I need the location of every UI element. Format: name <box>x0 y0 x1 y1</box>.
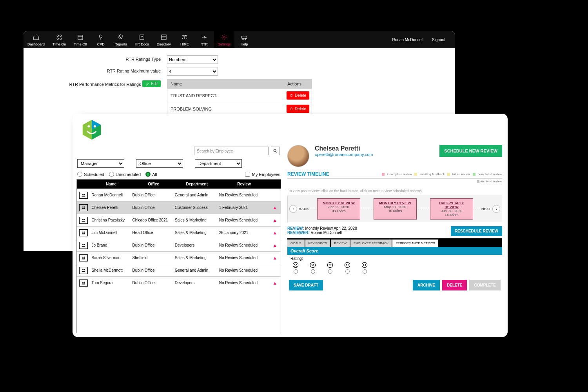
cell-department: Sales & Marketing <box>175 256 219 260</box>
person-icon <box>79 279 88 287</box>
nav-signout[interactable]: Signout <box>432 38 445 42</box>
tab-review[interactable]: REVIEW <box>331 240 350 247</box>
timeline-back-button[interactable]: ‹ <box>289 205 297 213</box>
cell-department: General and Admin <box>175 268 219 272</box>
warning-icon: ▲ <box>269 205 281 211</box>
nav-help[interactable]: Help <box>234 31 254 48</box>
metrics-col-actions: Actions <box>284 79 312 89</box>
nav-settings[interactable]: Settings <box>214 31 235 48</box>
rating-option-2[interactable] <box>309 261 316 274</box>
metric-name: PROBLEM SOLVING <box>167 103 284 115</box>
tab-key-points[interactable]: KEY POINTS <box>305 240 330 247</box>
rating-option-3[interactable] <box>327 261 334 274</box>
schedule-new-review-button[interactable]: SCHEDULE NEW REVIEW <box>439 145 502 157</box>
cell-name: Jo Brand <box>90 243 132 247</box>
nav-dashboard-label: Dashboard <box>27 42 45 46</box>
timeline-card-date: May. 27, 2020 <box>376 205 415 209</box>
table-row[interactable]: Sarah SilvermanSheffieldSales & Marketin… <box>77 251 281 264</box>
cell-review: No Review Scheduled <box>219 193 269 197</box>
svg-point-24 <box>82 206 83 207</box>
nav-cpd[interactable]: CPD <box>91 31 111 48</box>
tab-goals[interactable]: GOALS <box>287 240 305 247</box>
cell-department: Developers <box>175 281 219 285</box>
timeline-back-label: BACK <box>299 207 309 211</box>
checkbox-my-employees[interactable]: My Employees <box>245 172 280 177</box>
rating-option-5[interactable] <box>361 261 368 274</box>
search-button[interactable] <box>271 147 279 155</box>
nav-username[interactable]: Ronan McDonnell <box>392 38 424 42</box>
metric-delete-button[interactable]: Delete <box>287 91 309 100</box>
cell-review: 1 February 2021 <box>219 205 269 210</box>
metric-delete-button[interactable]: Delete <box>287 105 309 113</box>
nav-time-off[interactable]: Time Off <box>70 31 91 48</box>
delete-button[interactable]: DELETE <box>442 280 467 290</box>
svg-point-29 <box>83 231 85 232</box>
tab-performance-metrics[interactable]: PERFORMANCE METRICS <box>392 240 438 247</box>
col-department: Department <box>175 180 219 189</box>
radio-scheduled[interactable]: Scheduled <box>77 172 104 177</box>
cell-office: Dublin Office <box>132 243 175 247</box>
nav-directory[interactable]: Directory <box>153 31 175 48</box>
employee-list-pane: Manager Office Department Scheduled Unsc… <box>73 145 287 337</box>
radio-all[interactable]: All <box>145 172 157 177</box>
filter-office[interactable]: Office <box>136 159 183 168</box>
table-row[interactable]: Jo BrandDublin OfficeDevelopersNo Review… <box>77 239 281 251</box>
metrics-edit-button[interactable]: Edit <box>142 80 161 87</box>
svg-point-35 <box>83 269 85 270</box>
nav-hr-docs[interactable]: HR Docs <box>131 31 153 48</box>
timeline-hint: To view past reviews click on the back b… <box>287 186 502 196</box>
reschedule-review-button[interactable]: RESCHEDULE REVIEW <box>451 226 502 236</box>
cell-name: Sheila McDermott <box>90 268 132 272</box>
cell-office: Chicago Office 2021 <box>132 218 175 222</box>
timeline-card[interactable]: MONTHLY REVIEWMay. 27, 202010.00hrs <box>374 198 417 220</box>
table-row[interactable]: Chelsea PerettiDublin OfficeCustomer Suc… <box>77 201 281 214</box>
table-row[interactable]: Sheila McDermottDublin OfficeGeneral and… <box>77 264 281 276</box>
table-row[interactable]: Jim McDonnellHead OfficeSales & Marketin… <box>77 226 281 239</box>
table-row[interactable]: Ronan McDonnellDublin OfficeGeneral and … <box>77 189 281 201</box>
archive-button[interactable]: ARCHIVE <box>413 280 440 290</box>
timeline-card[interactable]: HALF-YEARLY REVIEWJun. 30, 202014.45hrs <box>430 198 473 220</box>
nav-hire[interactable]: HIRE <box>175 31 194 48</box>
svg-point-43 <box>314 264 314 265</box>
timeline-next-label: NEXT <box>481 207 491 211</box>
tab-employee-feedback[interactable]: EMPLOYEE FEEDBACK <box>350 240 392 247</box>
profile-email[interactable]: cperetti@ronanscompany.com <box>315 152 373 157</box>
metrics-row: PROBLEM SOLVINGDelete <box>167 102 312 115</box>
svg-point-51 <box>363 264 364 265</box>
review-tabs: GOALS KEY POINTS REVIEW EMPLOYEE FEEDBAC… <box>287 238 502 247</box>
cell-name: Christina Pazsitzky <box>90 218 132 222</box>
nav-rtr[interactable]: RTR <box>194 31 214 48</box>
rating-option-1[interactable] <box>292 261 299 274</box>
nav-dashboard[interactable]: Dashboard <box>24 31 49 48</box>
svg-point-7 <box>141 36 142 37</box>
save-draft-button[interactable]: SAVE DRAFT <box>289 280 323 290</box>
rating-option-4[interactable] <box>344 261 351 274</box>
person-icon <box>79 204 88 211</box>
table-row[interactable]: Christina PazsitzkyChicago Office 2021Sa… <box>77 214 281 226</box>
ratings-max-select[interactable]: 4 <box>167 67 218 76</box>
table-row[interactable]: Tom SeguraDublin OfficeDevelopersNo Revi… <box>77 276 281 289</box>
nav-settings-label: Settings <box>218 42 231 46</box>
ratings-type-select[interactable]: Numbers <box>167 55 218 64</box>
cell-review: 26 January 2021 <box>219 230 269 235</box>
nav-time-on[interactable]: Time On <box>49 31 70 48</box>
warning-icon: ▲ <box>269 230 281 236</box>
timeline-next-button[interactable]: › <box>492 205 500 213</box>
rating-label: Rating: <box>290 256 499 261</box>
timeline-card[interactable]: MONTHLY REVIEWApr. 22, 202003.15hrs <box>317 198 360 220</box>
timeline-card-title: HALF-YEARLY REVIEW <box>432 201 471 209</box>
nav-help-label: Help <box>241 42 248 46</box>
svg-point-31 <box>83 244 85 245</box>
filter-manager[interactable]: Manager <box>77 159 124 168</box>
nav-reports[interactable]: Reports <box>111 31 131 48</box>
complete-button[interactable]: COMPLETE <box>469 280 501 290</box>
search-input[interactable] <box>194 147 269 155</box>
filter-department[interactable]: Department <box>195 159 242 168</box>
cell-review: No Review Scheduled <box>219 281 269 285</box>
nav-time-off-label: Time Off <box>74 42 87 46</box>
nav-cpd-label: CPD <box>97 42 105 46</box>
timeline-card-duration: 14.45hrs <box>432 213 471 217</box>
col-review: Review <box>219 180 269 189</box>
radio-unscheduled[interactable]: Unscheduled <box>109 172 141 177</box>
svg-rect-8 <box>162 35 166 40</box>
